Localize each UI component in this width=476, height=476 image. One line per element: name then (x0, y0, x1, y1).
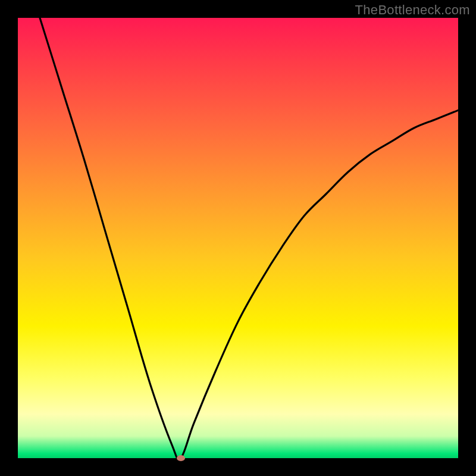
chart-frame: TheBottleneck.com (0, 0, 476, 476)
plot-area (18, 18, 458, 458)
optimal-point-marker (177, 455, 185, 461)
watermark-label: TheBottleneck.com (355, 2, 470, 18)
bottleneck-curve (18, 18, 458, 458)
